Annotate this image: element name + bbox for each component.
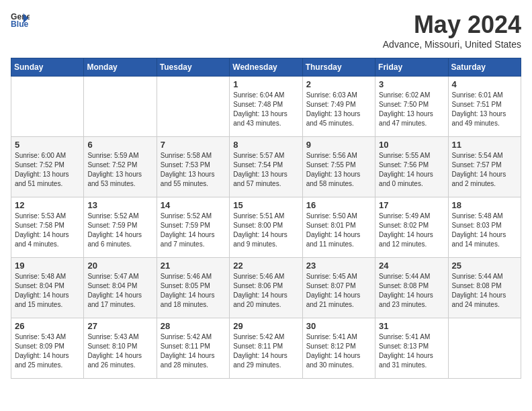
calendar-cell — [157, 77, 229, 137]
day-number: 29 — [233, 321, 298, 331]
calendar-cell: 29Sunrise: 5:42 AM Sunset: 8:11 PM Dayli… — [230, 318, 302, 379]
cell-info: Sunrise: 5:55 AM Sunset: 7:56 PM Dayligh… — [379, 151, 444, 189]
week-row-2: 5Sunrise: 6:00 AM Sunset: 7:52 PM Daylig… — [11, 137, 521, 197]
cell-info: Sunrise: 5:41 AM Sunset: 8:12 PM Dayligh… — [306, 332, 371, 370]
day-header-monday: Monday — [84, 58, 157, 77]
cell-info: Sunrise: 5:49 AM Sunset: 8:02 PM Dayligh… — [379, 212, 444, 249]
day-number: 14 — [161, 200, 226, 210]
day-number: 26 — [15, 321, 80, 331]
day-number: 27 — [87, 321, 152, 331]
calendar-cell: 1Sunrise: 6:04 AM Sunset: 7:48 PM Daylig… — [230, 77, 302, 137]
cell-info: Sunrise: 5:45 AM Sunset: 8:07 PM Dayligh… — [306, 272, 371, 310]
calendar-cell: 25Sunrise: 5:44 AM Sunset: 8:08 PM Dayli… — [448, 258, 521, 318]
calendar-cell: 20Sunrise: 5:47 AM Sunset: 8:04 PM Dayli… — [84, 258, 157, 318]
calendar-cell: 2Sunrise: 6:03 AM Sunset: 7:49 PM Daylig… — [302, 77, 375, 137]
day-number: 3 — [379, 79, 444, 89]
day-number: 4 — [452, 79, 517, 89]
cell-info: Sunrise: 5:54 AM Sunset: 7:57 PM Dayligh… — [452, 151, 517, 189]
calendar-cell: 7Sunrise: 5:58 AM Sunset: 7:53 PM Daylig… — [157, 137, 229, 197]
calendar-cell: 30Sunrise: 5:41 AM Sunset: 8:12 PM Dayli… — [302, 318, 375, 379]
cell-info: Sunrise: 5:44 AM Sunset: 8:08 PM Dayligh… — [452, 272, 517, 310]
day-number: 16 — [306, 200, 371, 210]
cell-info: Sunrise: 5:50 AM Sunset: 8:01 PM Dayligh… — [306, 212, 371, 249]
month-year-title: May 2024 — [383, 11, 521, 39]
logo-icon: General Blue — [11, 11, 30, 30]
cell-info: Sunrise: 5:42 AM Sunset: 8:11 PM Dayligh… — [233, 332, 298, 370]
cell-info: Sunrise: 5:59 AM Sunset: 7:52 PM Dayligh… — [87, 151, 152, 189]
day-number: 5 — [15, 140, 80, 150]
cell-info: Sunrise: 5:42 AM Sunset: 8:11 PM Dayligh… — [161, 332, 226, 370]
day-number: 30 — [306, 321, 371, 331]
week-row-5: 26Sunrise: 5:43 AM Sunset: 8:09 PM Dayli… — [11, 318, 521, 379]
week-row-4: 19Sunrise: 5:48 AM Sunset: 8:04 PM Dayli… — [11, 258, 521, 318]
day-number: 10 — [379, 140, 444, 150]
calendar-cell: 21Sunrise: 5:46 AM Sunset: 8:05 PM Dayli… — [157, 258, 229, 318]
day-number: 18 — [452, 200, 517, 210]
week-row-1: 1Sunrise: 6:04 AM Sunset: 7:48 PM Daylig… — [11, 77, 521, 137]
day-number: 20 — [87, 261, 152, 271]
calendar-cell: 3Sunrise: 6:02 AM Sunset: 7:50 PM Daylig… — [375, 77, 448, 137]
cell-info: Sunrise: 5:41 AM Sunset: 8:13 PM Dayligh… — [379, 332, 444, 370]
cell-info: Sunrise: 5:47 AM Sunset: 8:04 PM Dayligh… — [87, 272, 152, 310]
cell-info: Sunrise: 5:43 AM Sunset: 8:09 PM Dayligh… — [15, 332, 80, 370]
cell-info: Sunrise: 6:04 AM Sunset: 7:48 PM Dayligh… — [233, 91, 298, 128]
calendar-cell: 5Sunrise: 6:00 AM Sunset: 7:52 PM Daylig… — [11, 137, 84, 197]
cell-info: Sunrise: 5:48 AM Sunset: 8:04 PM Dayligh… — [15, 272, 80, 310]
day-header-sunday: Sunday — [11, 58, 84, 77]
cell-info: Sunrise: 5:51 AM Sunset: 8:00 PM Dayligh… — [233, 212, 298, 249]
calendar-cell: 27Sunrise: 5:43 AM Sunset: 8:10 PM Dayli… — [84, 318, 157, 379]
cell-info: Sunrise: 5:46 AM Sunset: 8:05 PM Dayligh… — [161, 272, 226, 310]
page-header: General Blue May 2024 Advance, Missouri,… — [11, 11, 521, 50]
calendar-cell — [11, 77, 84, 137]
calendar-cell: 26Sunrise: 5:43 AM Sunset: 8:09 PM Dayli… — [11, 318, 84, 379]
cell-info: Sunrise: 6:03 AM Sunset: 7:49 PM Dayligh… — [306, 91, 371, 128]
calendar-cell: 6Sunrise: 5:59 AM Sunset: 7:52 PM Daylig… — [84, 137, 157, 197]
day-header-wednesday: Wednesday — [230, 58, 302, 77]
cell-info: Sunrise: 6:01 AM Sunset: 7:51 PM Dayligh… — [452, 91, 517, 128]
day-number: 1 — [233, 79, 298, 89]
cell-info: Sunrise: 6:02 AM Sunset: 7:50 PM Dayligh… — [379, 91, 444, 128]
calendar-cell: 11Sunrise: 5:54 AM Sunset: 7:57 PM Dayli… — [448, 137, 521, 197]
calendar-cell: 8Sunrise: 5:57 AM Sunset: 7:54 PM Daylig… — [230, 137, 302, 197]
day-number: 19 — [15, 261, 80, 271]
cell-info: Sunrise: 6:00 AM Sunset: 7:52 PM Dayligh… — [15, 151, 80, 189]
cell-info: Sunrise: 5:43 AM Sunset: 8:10 PM Dayligh… — [87, 332, 152, 370]
title-block: May 2024 Advance, Missouri, United State… — [383, 11, 521, 50]
day-number: 28 — [161, 321, 226, 331]
day-header-thursday: Thursday — [302, 58, 375, 77]
calendar-cell: 9Sunrise: 5:56 AM Sunset: 7:55 PM Daylig… — [302, 137, 375, 197]
day-number: 6 — [87, 140, 152, 150]
calendar-cell: 31Sunrise: 5:41 AM Sunset: 8:13 PM Dayli… — [375, 318, 448, 379]
cell-info: Sunrise: 5:46 AM Sunset: 8:06 PM Dayligh… — [233, 272, 298, 310]
cell-info: Sunrise: 5:57 AM Sunset: 7:54 PM Dayligh… — [233, 151, 298, 189]
calendar-header: SundayMondayTuesdayWednesdayThursdayFrid… — [11, 58, 521, 77]
calendar-cell: 16Sunrise: 5:50 AM Sunset: 8:01 PM Dayli… — [302, 197, 375, 258]
svg-text:Blue: Blue — [11, 19, 29, 29]
cell-info: Sunrise: 5:52 AM Sunset: 7:59 PM Dayligh… — [87, 212, 152, 249]
calendar-cell — [448, 318, 521, 379]
day-header-friday: Friday — [375, 58, 448, 77]
day-number: 24 — [379, 261, 444, 271]
day-number: 7 — [161, 140, 226, 150]
week-row-3: 12Sunrise: 5:53 AM Sunset: 7:58 PM Dayli… — [11, 197, 521, 258]
calendar-cell — [84, 77, 157, 137]
calendar-cell: 15Sunrise: 5:51 AM Sunset: 8:00 PM Dayli… — [230, 197, 302, 258]
calendar-cell: 28Sunrise: 5:42 AM Sunset: 8:11 PM Dayli… — [157, 318, 229, 379]
cell-info: Sunrise: 5:52 AM Sunset: 7:59 PM Dayligh… — [161, 212, 226, 249]
calendar-cell: 17Sunrise: 5:49 AM Sunset: 8:02 PM Dayli… — [375, 197, 448, 258]
calendar-cell: 13Sunrise: 5:52 AM Sunset: 7:59 PM Dayli… — [84, 197, 157, 258]
cell-info: Sunrise: 5:48 AM Sunset: 8:03 PM Dayligh… — [452, 212, 517, 249]
calendar-cell: 22Sunrise: 5:46 AM Sunset: 8:06 PM Dayli… — [230, 258, 302, 318]
day-header-tuesday: Tuesday — [157, 58, 229, 77]
calendar-cell: 14Sunrise: 5:52 AM Sunset: 7:59 PM Dayli… — [157, 197, 229, 258]
calendar-cell: 4Sunrise: 6:01 AM Sunset: 7:51 PM Daylig… — [448, 77, 521, 137]
cell-info: Sunrise: 5:56 AM Sunset: 7:55 PM Dayligh… — [306, 151, 371, 189]
day-number: 31 — [379, 321, 444, 331]
calendar-table: SundayMondayTuesdayWednesdayThursdayFrid… — [11, 58, 521, 379]
day-number: 21 — [161, 261, 226, 271]
day-number: 2 — [306, 79, 371, 89]
day-number: 17 — [379, 200, 444, 210]
calendar-cell: 23Sunrise: 5:45 AM Sunset: 8:07 PM Dayli… — [302, 258, 375, 318]
day-number: 15 — [233, 200, 298, 210]
day-number: 9 — [306, 140, 371, 150]
